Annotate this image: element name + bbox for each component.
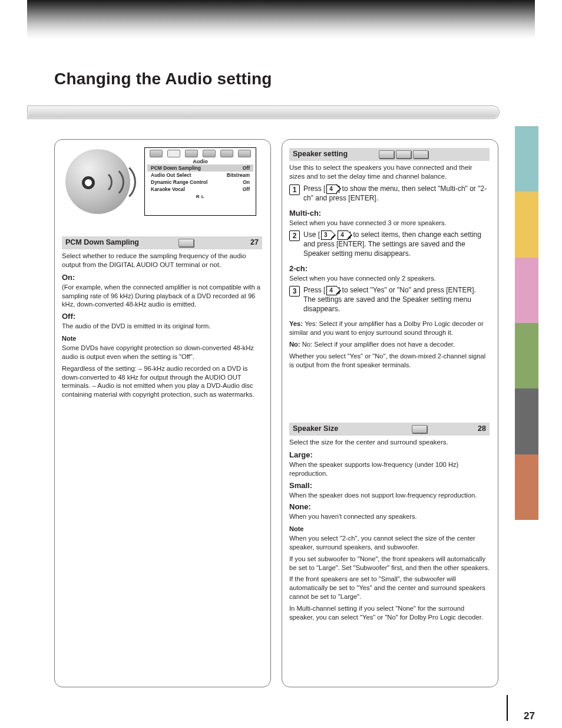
left-column: Audio PCM Down SamplingOffAudio Out Sele… — [54, 139, 271, 687]
note-text: In Multi-channel setting if you select "… — [289, 604, 490, 622]
bar-page: 28 — [478, 424, 486, 433]
button-tag: 4 — [338, 230, 348, 240]
body-text: (For example, when the connected amplifi… — [62, 283, 262, 309]
osd-tab — [167, 150, 180, 157]
body-text: The audio of the DVD is emitted in its o… — [62, 322, 262, 331]
header-gradient — [27, 0, 535, 39]
page-number: 27 — [524, 710, 535, 722]
section-bar-speaker: Speaker setting — [289, 148, 490, 161]
osd-logo: R L — [145, 194, 256, 199]
body-text: Select whether to reduce the sampling fr… — [62, 252, 262, 269]
button-tag: 4 — [326, 185, 337, 194]
heading: Small: — [289, 481, 490, 490]
osd-window: Audio PCM Down SamplingOffAudio Out Sele… — [144, 147, 256, 216]
tab — [515, 388, 538, 454]
osd-title: Audio — [145, 159, 256, 164]
button-icon — [379, 150, 394, 159]
osd-tab — [150, 150, 163, 157]
bar-label: PCM Down Sampling — [65, 238, 139, 246]
button-tag: 3 — [321, 230, 332, 240]
osd-row: PCM Down SamplingOff — [147, 164, 253, 172]
t: No: Select if your amplifier does not ha… — [302, 341, 455, 348]
heading: 2-ch: — [289, 264, 490, 273]
button-icon — [178, 239, 194, 247]
t: Use [ — [303, 230, 320, 239]
heading: Multi-ch: — [289, 209, 490, 218]
body-text: Yes: Yes: Select if your amplifier has a… — [289, 319, 490, 337]
note-text: Some DVDs have copyright protection so d… — [62, 344, 262, 361]
osd-tab — [238, 150, 251, 157]
footer-rule — [507, 695, 508, 721]
tab — [515, 126, 538, 192]
button-icon — [413, 150, 428, 159]
step: 3 Press [4] to select "Yes" or "No" and … — [289, 286, 490, 314]
body-text: Use this to select the speakers you have… — [289, 163, 490, 181]
note-text: If you set subwoofer to "None", the fron… — [289, 555, 490, 572]
t: Press [ — [303, 185, 325, 193]
page-title: Changing the Audio setting — [54, 70, 272, 88]
osd-illustration: Audio PCM Down SamplingOffAudio Out Sele… — [62, 146, 262, 228]
section-bar-pcm: PCM Down Sampling 27 — [62, 236, 262, 249]
body-text: Whether you select "Yes" or "No", the do… — [289, 352, 490, 370]
osd-tab — [185, 150, 198, 157]
osd-row: Karaoke VocalOff — [147, 186, 253, 193]
osd-tab — [203, 150, 216, 157]
body-text: No: No: Select if your amplifier does no… — [289, 340, 490, 349]
body-text: When you haven't connected any speakers. — [289, 512, 490, 521]
body-text: Select when you have connected only 2 sp… — [289, 274, 490, 283]
bar-label: Speaker setting — [293, 150, 348, 158]
tab — [515, 323, 538, 388]
note-text: Regardless of the setting: – 96-kHz audi… — [62, 364, 262, 399]
heading: Off: — [62, 312, 262, 321]
bar-page: 27 — [250, 238, 259, 246]
note: Note — [62, 334, 262, 342]
osd-row: Audio Out SelectBitstream — [147, 172, 253, 179]
t: Press [ — [303, 286, 325, 294]
button-tag: 4 — [326, 286, 337, 295]
step: 2 Use [3, 4] to select items, then chang… — [289, 230, 490, 258]
button-icon — [412, 425, 427, 433]
step: 1 Press [4] to show the menu, then selec… — [289, 185, 490, 203]
note: Note — [289, 525, 490, 533]
side-tabs — [515, 126, 538, 520]
tab — [515, 454, 538, 520]
speaker-icon — [65, 149, 130, 214]
t: Yes: Select if your amplifier has a Dolb… — [289, 320, 484, 336]
body-text: When the speaker supports low-frequency … — [289, 460, 490, 478]
osd-tab — [220, 150, 233, 157]
osd-row: Dynamic Range ControlOn — [147, 179, 253, 186]
heading: On: — [62, 273, 262, 282]
button-icon — [396, 150, 411, 159]
body-text: Select the size for the center and surro… — [289, 438, 490, 447]
step-number: 1 — [289, 185, 300, 195]
body-text: When the speaker does not support low-fr… — [289, 491, 490, 500]
note-text: If the front speakers are set to "Small"… — [289, 575, 490, 601]
header-rule — [27, 106, 500, 119]
step-number: 2 — [289, 230, 300, 241]
tab — [515, 258, 538, 323]
step-number: 3 — [289, 286, 300, 297]
bar-label: Speaker Size — [293, 424, 338, 433]
right-column: Speaker setting Use this to select the s… — [282, 139, 498, 687]
heading: Large: — [289, 450, 490, 459]
tab — [515, 192, 538, 257]
note-text: When you select "2-ch", you cannot selec… — [289, 534, 490, 552]
body-text: Select when you have connected 3 or more… — [289, 219, 490, 228]
section-bar-size: Speaker Size 28 — [289, 423, 490, 436]
heading: None: — [289, 502, 490, 511]
